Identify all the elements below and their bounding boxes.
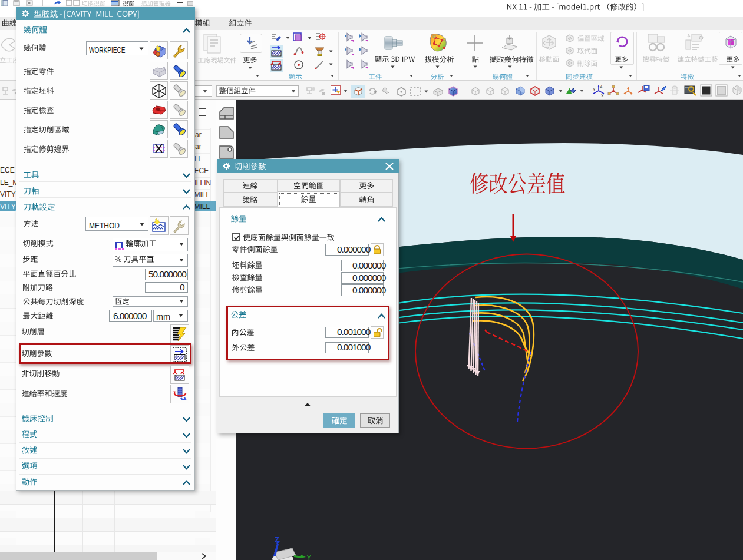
svg-text:Z: Z	[275, 535, 279, 544]
svg-text:Y: Y	[306, 553, 312, 560]
svg-text:Y: Y	[593, 87, 596, 91]
svg-text:Z: Z	[600, 84, 603, 88]
svg-text:X: X	[601, 94, 604, 98]
